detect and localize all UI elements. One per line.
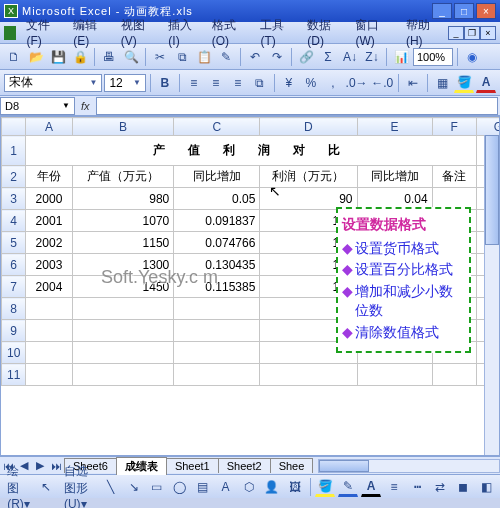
format-painter-icon[interactable]: ✎ (216, 47, 236, 67)
fx-label[interactable]: fx (75, 100, 96, 112)
line-icon[interactable]: ╲ (101, 477, 121, 497)
paste-icon[interactable]: 📋 (194, 47, 214, 67)
col-F[interactable]: F (432, 118, 476, 136)
menu-insert[interactable]: 插入(I) (162, 15, 205, 50)
name-box[interactable]: D8▼ (0, 97, 75, 115)
indent-icon[interactable]: ⇤ (403, 73, 423, 93)
row-1[interactable]: 1 (2, 136, 26, 166)
row-9[interactable]: 9 (2, 320, 26, 342)
hdr-inc2[interactable]: 同比增加 (357, 166, 432, 188)
menu-help[interactable]: 帮助(H) (400, 15, 448, 50)
cell[interactable]: 980 (72, 188, 174, 210)
hdr-profit[interactable]: 利润（万元） (260, 166, 357, 188)
cell[interactable]: 1150 (72, 232, 174, 254)
hdr-output[interactable]: 产值（万元） (72, 166, 174, 188)
hdr-note[interactable]: 备注 (432, 166, 476, 188)
col-G[interactable]: G (476, 118, 500, 136)
menu-edit[interactable]: 编辑(E) (67, 15, 115, 50)
cell[interactable]: 0.074766 (174, 232, 260, 254)
formula-input[interactable] (96, 97, 498, 115)
diagram-icon[interactable]: ⬡ (239, 477, 259, 497)
sheet-tab[interactable]: Sheet1 (166, 458, 219, 473)
hyperlink-icon[interactable]: 🔗 (296, 47, 316, 67)
row-6[interactable]: 6 (2, 254, 26, 276)
cell[interactable]: 0.115385 (174, 276, 260, 298)
font-name-combo[interactable]: 宋体▼ (4, 74, 102, 92)
help-icon[interactable]: ◉ (462, 47, 482, 67)
menu-tools[interactable]: 工具(T) (254, 15, 301, 50)
font-size-combo[interactable]: 12▼ (104, 74, 145, 92)
cell[interactable]: 2002 (26, 232, 72, 254)
row-5[interactable]: 5 (2, 232, 26, 254)
cut-icon[interactable]: ✂ (150, 47, 170, 67)
cell[interactable]: 1300 (72, 254, 174, 276)
row-11[interactable]: 11 (2, 364, 26, 386)
row-2[interactable]: 2 (2, 166, 26, 188)
vertical-scrollbar[interactable] (484, 135, 499, 455)
line-style-icon[interactable]: ≡ (384, 477, 404, 497)
sheet-tab[interactable]: Sheet2 (218, 458, 271, 473)
mdi-close[interactable]: × (480, 26, 496, 40)
col-D[interactable]: D (260, 118, 357, 136)
autosum-icon[interactable]: Σ (318, 47, 338, 67)
fill-color-draw-icon[interactable]: 🪣 (315, 477, 335, 497)
tab-next-icon[interactable]: ▶ (32, 458, 48, 474)
picture-icon[interactable]: 🖼 (285, 477, 305, 497)
row-3[interactable]: 3 (2, 188, 26, 210)
row-10[interactable]: 10 (2, 342, 26, 364)
select-objects-icon[interactable]: ↖ (36, 477, 56, 497)
fill-color-icon[interactable]: 🪣 (454, 73, 474, 93)
arrow-style-icon[interactable]: ⇄ (430, 477, 450, 497)
row-7[interactable]: 7 (2, 276, 26, 298)
line-color-icon[interactable]: ✎ (338, 477, 358, 497)
font-color-draw-icon[interactable]: A (361, 477, 381, 497)
align-right-icon[interactable]: ≡ (228, 73, 248, 93)
new-icon[interactable]: 🗋 (4, 47, 24, 67)
borders-icon[interactable]: ▦ (432, 73, 452, 93)
mdi-restore[interactable]: ❐ (464, 26, 480, 40)
row-4[interactable]: 4 (2, 210, 26, 232)
align-left-icon[interactable]: ≡ (184, 73, 204, 93)
cell[interactable]: 2003 (26, 254, 72, 276)
worksheet-grid[interactable]: A B C D E F G 1 产 值 利 润 对 比 2 年份 产值（万元） … (0, 116, 500, 456)
maximize-button[interactable]: □ (454, 3, 474, 19)
cell[interactable]: 2001 (26, 210, 72, 232)
preview-icon[interactable]: 🔍 (121, 47, 141, 67)
oval-icon[interactable]: ◯ (170, 477, 190, 497)
hdr-year[interactable]: 年份 (26, 166, 72, 188)
textbox-icon[interactable]: ▤ (193, 477, 213, 497)
menu-window[interactable]: 窗口(W) (349, 15, 399, 50)
rectangle-icon[interactable]: ▭ (147, 477, 167, 497)
3d-icon[interactable]: ◧ (476, 477, 496, 497)
bold-icon[interactable]: B (155, 73, 175, 93)
cell[interactable]: 0.05 (174, 188, 260, 210)
autoshapes-menu[interactable]: 自选图形(U)▾ (59, 477, 98, 497)
font-color-icon[interactable]: A (476, 73, 496, 93)
sort-desc-icon[interactable]: Z↓ (362, 47, 382, 67)
comma-icon[interactable]: , (323, 73, 343, 93)
cell[interactable]: 1450 (72, 276, 174, 298)
horizontal-scrollbar[interactable] (318, 459, 500, 473)
menu-format[interactable]: 格式(O) (206, 15, 255, 50)
decrease-decimal-icon[interactable]: ←.0 (370, 73, 394, 93)
draw-menu[interactable]: 绘图(R)▾ (4, 477, 33, 497)
redo-icon[interactable]: ↷ (267, 47, 287, 67)
sort-asc-icon[interactable]: A↓ (340, 47, 360, 67)
col-C[interactable]: C (174, 118, 260, 136)
undo-icon[interactable]: ↶ (245, 47, 265, 67)
increase-decimal-icon[interactable]: .0→ (345, 73, 369, 93)
row-8[interactable]: 8 (2, 298, 26, 320)
permission-icon[interactable]: 🔒 (70, 47, 90, 67)
currency-icon[interactable]: ¥ (279, 73, 299, 93)
zoom-combo[interactable]: 100% (413, 48, 453, 66)
col-A[interactable]: A (26, 118, 72, 136)
cell[interactable]: 0.130435 (174, 254, 260, 276)
cell[interactable]: 1070 (72, 210, 174, 232)
cell[interactable]: 2004 (26, 276, 72, 298)
save-icon[interactable]: 💾 (48, 47, 68, 67)
sheet-tab-active[interactable]: 成绩表 (116, 457, 167, 475)
menu-file[interactable]: 文件(F) (20, 15, 67, 50)
col-B[interactable]: B (72, 118, 174, 136)
align-center-icon[interactable]: ≡ (206, 73, 226, 93)
sheet-tab[interactable]: Shee (270, 458, 314, 473)
